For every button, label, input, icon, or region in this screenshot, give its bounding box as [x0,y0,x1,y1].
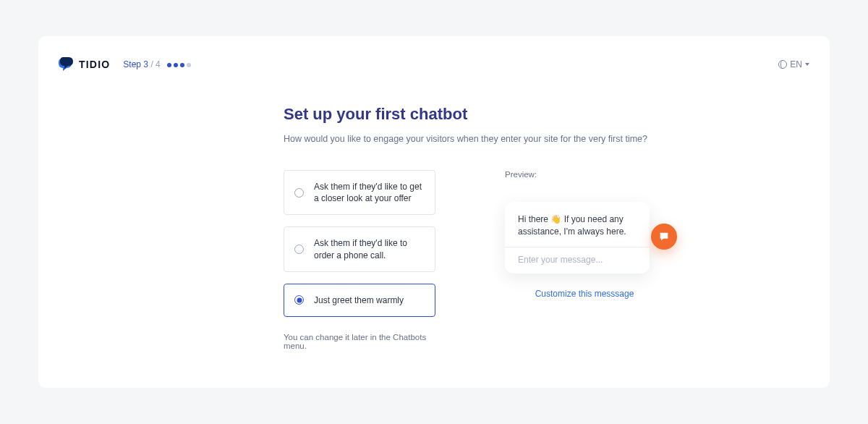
radio-icon [294,188,304,198]
chat-icon [658,231,670,242]
globe-icon [778,60,787,69]
step-total: / 4 [150,59,160,69]
progress-dot [174,63,178,67]
chat-launcher-button[interactable] [651,224,677,250]
radio-icon [294,245,304,254]
logo-icon [59,57,75,72]
header-bar: TIDIO Step 3 / 4 EN [38,36,830,72]
columns: Ask them if they'd like to get a closer … [284,170,830,350]
radio-icon [294,295,304,305]
progress-dot [167,63,171,67]
chat-input[interactable]: Enter your message... [518,255,637,265]
language-selector[interactable]: EN [778,59,809,69]
chat-widget: Hi there 👋 If you need any assistance, I… [505,202,650,274]
onboarding-card: TIDIO Step 3 / 4 EN Set up your first ch… [38,36,830,388]
preview-label: Preview: [505,170,664,179]
option-phone-call[interactable]: Ask them if they'd like to order a phone… [284,226,435,271]
logo[interactable]: TIDIO [59,57,110,72]
brand-name: TIDIO [79,59,110,70]
option-label: Just greet them warmly [314,294,404,306]
chat-message: Hi there 👋 If you need any assistance, I… [518,213,637,247]
chat-preview: Hi there 👋 If you need any assistance, I… [505,202,664,274]
footnote: You can change it later in the Chatbots … [284,333,435,350]
language-label: EN [790,59,802,69]
customize-link[interactable]: Customize this messsage [535,289,634,299]
preview-column: Preview: Hi there 👋 If you need any assi… [505,170,664,350]
progress-dot [180,63,184,67]
option-offer[interactable]: Ask them if they'd like to get a closer … [284,170,435,215]
chevron-down-icon [805,63,809,66]
step-current: Step 3 [123,59,148,69]
progress-dots [167,63,191,67]
options-list: Ask them if they'd like to get a closer … [284,170,435,350]
option-greet-warmly[interactable]: Just greet them warmly [284,284,435,317]
page-subtitle: How would you like to engage your visito… [284,134,830,144]
step-indicator: Step 3 / 4 [123,59,191,69]
option-label: Ask them if they'd like to get a closer … [314,181,425,204]
divider [505,247,650,247]
progress-dot [187,63,191,67]
customize-wrap: Customize this messsage [505,287,664,300]
main-content: Set up your first chatbot How would you … [284,72,830,350]
option-label: Ask them if they'd like to order a phone… [314,237,425,260]
page-title: Set up your first chatbot [284,105,830,124]
